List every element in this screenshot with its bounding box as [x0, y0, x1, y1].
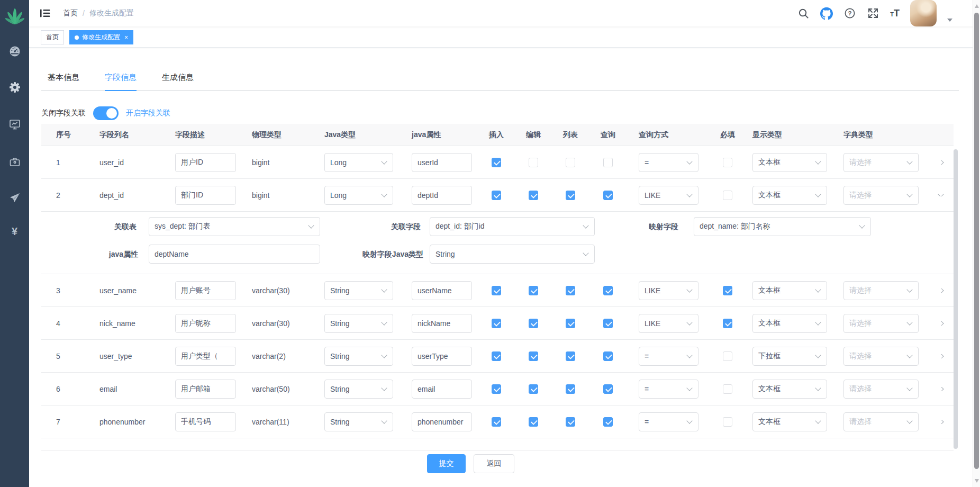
dict-type-select[interactable]: 请选择	[843, 314, 919, 333]
chevron-down-icon[interactable]	[947, 19, 952, 22]
edit-checkbox[interactable]	[529, 286, 538, 295]
scroll-up-arrow-icon[interactable]	[975, 4, 979, 8]
dict-type-select[interactable]: 请选择	[843, 281, 919, 300]
submit-button[interactable]: 提交	[427, 454, 466, 473]
expand-row-icon[interactable]	[938, 321, 943, 326]
field-relation-switch[interactable]	[93, 106, 119, 120]
expand-row-icon[interactable]	[938, 288, 943, 293]
field-description-input[interactable]	[175, 186, 236, 205]
expand-row-icon[interactable]	[938, 387, 943, 391]
query-checkbox[interactable]	[603, 191, 613, 200]
query-type-select[interactable]: LIKE	[639, 314, 698, 333]
java-field-input[interactable]	[412, 186, 472, 205]
back-button[interactable]: 返回	[474, 454, 514, 473]
query-checkbox[interactable]	[603, 319, 613, 328]
dict-type-select[interactable]: 请选择	[843, 153, 919, 172]
page-scrollbar-thumb[interactable]	[974, 13, 979, 469]
sidebar-item-tool[interactable]	[0, 150, 29, 174]
field-description-input[interactable]	[175, 314, 236, 333]
display-type-select[interactable]: 文本框	[752, 380, 827, 399]
field-description-input[interactable]	[175, 281, 236, 300]
insert-checkbox[interactable]	[492, 417, 501, 427]
edit-checkbox[interactable]	[529, 319, 538, 328]
fullscreen-icon[interactable]	[867, 7, 879, 20]
edit-checkbox[interactable]	[529, 417, 538, 427]
query-checkbox[interactable]	[603, 158, 613, 167]
display-type-select[interactable]: 文本框	[752, 186, 827, 205]
insert-checkbox[interactable]	[492, 286, 501, 295]
java-type-select[interactable]: String	[324, 347, 393, 366]
sidebar-item-system[interactable]	[0, 76, 29, 99]
java-type-select[interactable]: Long	[324, 153, 393, 172]
display-type-select[interactable]: 文本框	[752, 314, 827, 333]
list-checkbox[interactable]	[566, 417, 575, 427]
list-checkbox[interactable]	[566, 319, 575, 328]
display-type-select[interactable]: 下拉框	[752, 347, 827, 366]
sidebar-fold-icon[interactable]	[40, 8, 50, 19]
edit-checkbox[interactable]	[529, 351, 538, 361]
required-checkbox[interactable]	[723, 384, 732, 394]
java-field-input[interactable]	[412, 347, 472, 366]
edit-checkbox[interactable]	[529, 158, 538, 167]
query-type-select[interactable]: =	[639, 380, 698, 399]
expand-row-icon[interactable]	[938, 160, 943, 165]
collapse-row-icon[interactable]	[938, 194, 943, 196]
insert-checkbox[interactable]	[492, 351, 501, 361]
java-attr-input[interactable]	[149, 245, 320, 264]
github-icon[interactable]	[820, 7, 833, 20]
display-type-select[interactable]: 文本框	[752, 153, 827, 172]
required-checkbox[interactable]	[723, 417, 732, 427]
query-type-select[interactable]: =	[639, 153, 698, 172]
expand-row-icon[interactable]	[938, 420, 943, 424]
app-logo[interactable]	[0, 4, 29, 28]
sidebar-item-dashboard[interactable]	[0, 40, 29, 63]
query-checkbox[interactable]	[603, 417, 613, 427]
related-field-select[interactable]: dept_id: 部门id	[430, 217, 595, 236]
dict-type-select[interactable]: 请选择	[843, 412, 919, 431]
tag-home[interactable]: 首页	[41, 30, 64, 44]
insert-checkbox[interactable]	[492, 384, 501, 394]
mapped-java-type-select[interactable]: String	[430, 245, 595, 264]
java-field-input[interactable]	[412, 281, 472, 300]
query-checkbox[interactable]	[603, 351, 613, 361]
sidebar-item-monitor[interactable]	[0, 113, 29, 136]
search-icon[interactable]	[797, 7, 810, 20]
query-type-select[interactable]: LIKE	[639, 186, 698, 205]
tab-basic-info[interactable]: 基本信息	[48, 73, 79, 91]
insert-checkbox[interactable]	[492, 319, 501, 328]
query-type-select[interactable]: LIKE	[639, 281, 698, 300]
required-checkbox[interactable]	[723, 191, 732, 200]
font-size-icon[interactable]: TT	[890, 8, 900, 19]
insert-checkbox[interactable]	[492, 158, 501, 167]
dict-type-select[interactable]: 请选择	[843, 347, 919, 366]
table-scrollbar-thumb[interactable]	[954, 149, 958, 449]
related-table-select[interactable]: sys_dept: 部门表	[149, 217, 320, 236]
display-type-select[interactable]: 文本框	[752, 412, 827, 431]
java-type-select[interactable]: String	[324, 314, 393, 333]
java-field-input[interactable]	[412, 380, 472, 399]
sidebar-item-website[interactable]	[0, 186, 29, 210]
java-type-select[interactable]: String	[324, 380, 393, 399]
tab-gen-info[interactable]: 生成信息	[162, 73, 194, 91]
java-field-input[interactable]	[412, 314, 472, 333]
field-description-input[interactable]	[175, 347, 236, 366]
field-description-input[interactable]	[175, 153, 236, 172]
dict-type-select[interactable]: 请选择	[843, 380, 919, 399]
java-type-select[interactable]: String	[324, 281, 393, 300]
edit-checkbox[interactable]	[529, 384, 538, 394]
scroll-down-arrow-icon[interactable]	[975, 479, 979, 483]
page-scrollbar[interactable]	[973, 0, 980, 487]
sidebar-item-pay[interactable]: ¥	[0, 220, 29, 243]
field-description-input[interactable]	[175, 380, 236, 399]
tab-field-info[interactable]: 字段信息	[105, 73, 137, 91]
java-type-select[interactable]: Long	[324, 186, 393, 205]
list-checkbox[interactable]	[566, 351, 575, 361]
java-type-select[interactable]: String	[324, 412, 393, 431]
list-checkbox[interactable]	[566, 286, 575, 295]
list-checkbox[interactable]	[566, 158, 575, 167]
required-checkbox[interactable]	[723, 158, 732, 167]
tag-close-icon[interactable]: ×	[124, 34, 128, 41]
query-checkbox[interactable]	[603, 286, 613, 295]
tag-active-page[interactable]: 修改生成配置 ×	[69, 30, 133, 44]
query-checkbox[interactable]	[603, 384, 613, 394]
